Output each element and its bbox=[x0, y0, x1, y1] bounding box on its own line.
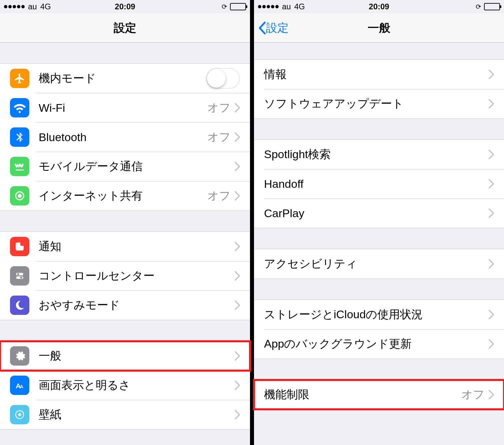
row-label: 機内モード bbox=[39, 71, 206, 86]
orientation-lock-icon: ⟳ bbox=[476, 3, 481, 11]
svg-point-4 bbox=[17, 273, 19, 275]
chevron-right-icon bbox=[489, 208, 494, 218]
chevron-right-icon bbox=[489, 99, 494, 108]
settings-root-screen: au 4G 20:09 ⟳ 設定 機内モード Wi-Fi オフ bbox=[0, 0, 250, 445]
row-restrictions[interactable]: 機能制限 オフ bbox=[254, 380, 504, 409]
chevron-right-icon bbox=[489, 259, 494, 269]
signal-dots-icon bbox=[4, 5, 25, 8]
airplane-switch[interactable] bbox=[206, 68, 240, 89]
chevron-right-icon bbox=[489, 179, 494, 188]
wifi-icon bbox=[10, 98, 29, 117]
page-title: 設定 bbox=[0, 20, 250, 36]
chevron-right-icon bbox=[235, 191, 240, 200]
row-label: 画面表示と明るさ bbox=[39, 378, 235, 393]
chevron-right-icon bbox=[489, 150, 494, 159]
chevron-right-icon bbox=[235, 271, 240, 281]
row-label: Bluetooth bbox=[39, 131, 207, 144]
network-label: 4G bbox=[40, 2, 51, 11]
nav-bar: 設定 bbox=[0, 13, 250, 43]
moon-icon bbox=[10, 296, 29, 315]
row-label: コントロールセンター bbox=[39, 268, 235, 284]
control-center-icon bbox=[10, 266, 29, 286]
orientation-lock-icon: ⟳ bbox=[222, 3, 227, 11]
row-accessibility[interactable]: アクセシビリティ bbox=[254, 249, 504, 279]
battery-icon bbox=[484, 3, 500, 10]
cellular-icon bbox=[10, 157, 29, 176]
clock-label: 20:09 bbox=[85, 2, 165, 11]
chevron-right-icon bbox=[235, 162, 240, 171]
row-value: オフ bbox=[461, 387, 485, 402]
row-background-refresh[interactable]: Appのバックグラウンド更新 bbox=[254, 329, 504, 359]
svg-point-1 bbox=[20, 242, 24, 246]
bluetooth-icon bbox=[10, 127, 29, 147]
signal-dots-icon bbox=[258, 5, 279, 8]
row-about[interactable]: 情報 bbox=[254, 60, 504, 89]
clock-label: 20:09 bbox=[339, 2, 419, 11]
row-display-brightness[interactable]: AA 画面表示と明るさ bbox=[0, 371, 250, 400]
row-label: 機能制限 bbox=[264, 387, 461, 402]
airplane-icon bbox=[10, 69, 29, 88]
svg-text:A: A bbox=[20, 384, 23, 389]
row-label: CarPlay bbox=[264, 207, 489, 220]
row-label: ストレージとiCloudの使用状況 bbox=[264, 307, 489, 322]
status-bar: au 4G 20:09 ⟳ bbox=[254, 0, 504, 13]
svg-point-5 bbox=[20, 277, 22, 279]
row-label: 通知 bbox=[39, 239, 235, 254]
row-notifications[interactable]: 通知 bbox=[0, 232, 250, 261]
row-general[interactable]: 一般 bbox=[0, 341, 250, 371]
row-label: Spotlight検索 bbox=[264, 147, 489, 162]
row-cellular[interactable]: モバイルデータ通信 bbox=[0, 152, 250, 181]
status-bar: au 4G 20:09 ⟳ bbox=[0, 0, 250, 13]
chevron-right-icon bbox=[489, 390, 494, 399]
hotspot-icon bbox=[10, 186, 29, 205]
text-size-icon: AA bbox=[10, 376, 29, 395]
row-hotspot[interactable]: インターネット共有 オフ bbox=[0, 181, 250, 210]
notifications-icon bbox=[10, 237, 29, 256]
wallpaper-icon bbox=[10, 405, 29, 424]
row-value: オフ bbox=[207, 129, 231, 145]
svg-point-9 bbox=[18, 413, 21, 416]
battery-icon bbox=[230, 3, 246, 10]
row-label: おやすみモード bbox=[39, 298, 235, 313]
chevron-right-icon bbox=[235, 242, 240, 251]
chevron-right-icon bbox=[235, 301, 240, 310]
row-bluetooth[interactable]: Bluetooth オフ bbox=[0, 122, 250, 152]
row-label: アクセシビリティ bbox=[264, 256, 489, 272]
chevron-right-icon bbox=[489, 310, 494, 319]
row-label: インターネット共有 bbox=[39, 188, 207, 203]
back-button[interactable]: 設定 bbox=[254, 20, 289, 36]
row-label: 情報 bbox=[264, 67, 489, 82]
nav-bar: 設定 一般 bbox=[254, 13, 504, 43]
row-label: モバイルデータ通信 bbox=[39, 159, 235, 174]
chevron-right-icon bbox=[235, 410, 240, 419]
chevron-right-icon bbox=[235, 103, 240, 112]
row-airplane-mode[interactable]: 機内モード bbox=[0, 64, 250, 93]
row-label: Wi-Fi bbox=[39, 101, 207, 114]
back-label: 設定 bbox=[266, 20, 289, 36]
row-storage-icloud[interactable]: ストレージとiCloudの使用状況 bbox=[254, 300, 504, 329]
row-handoff[interactable]: Handoff bbox=[254, 169, 504, 198]
row-do-not-disturb[interactable]: おやすみモード bbox=[0, 291, 250, 320]
row-value: オフ bbox=[207, 188, 231, 203]
row-label: ソフトウェアアップデート bbox=[264, 96, 489, 111]
row-control-center[interactable]: コントロールセンター bbox=[0, 261, 250, 291]
row-software-update[interactable]: ソフトウェアアップデート bbox=[254, 89, 504, 118]
row-label: 一般 bbox=[39, 348, 235, 364]
chevron-right-icon bbox=[235, 381, 240, 390]
row-carplay[interactable]: CarPlay bbox=[254, 198, 504, 228]
row-label: Appのバックグラウンド更新 bbox=[264, 336, 489, 352]
general-settings-screen: au 4G 20:09 ⟳ 設定 一般 情報 ソフトウェアアップデート Spot… bbox=[254, 0, 504, 445]
row-spotlight[interactable]: Spotlight検索 bbox=[254, 140, 504, 169]
network-label: 4G bbox=[294, 2, 305, 11]
gear-icon bbox=[10, 346, 29, 366]
row-label: 壁紙 bbox=[39, 407, 235, 422]
chevron-right-icon bbox=[489, 70, 494, 79]
chevron-right-icon bbox=[235, 132, 240, 142]
page-title: 一般 bbox=[254, 20, 504, 36]
row-wallpaper[interactable]: 壁紙 bbox=[0, 400, 250, 429]
row-wifi[interactable]: Wi-Fi オフ bbox=[0, 93, 250, 122]
row-label: Handoff bbox=[264, 177, 489, 190]
carrier-label: au bbox=[282, 2, 291, 11]
chevron-right-icon bbox=[489, 339, 494, 349]
row-value: オフ bbox=[207, 100, 231, 115]
